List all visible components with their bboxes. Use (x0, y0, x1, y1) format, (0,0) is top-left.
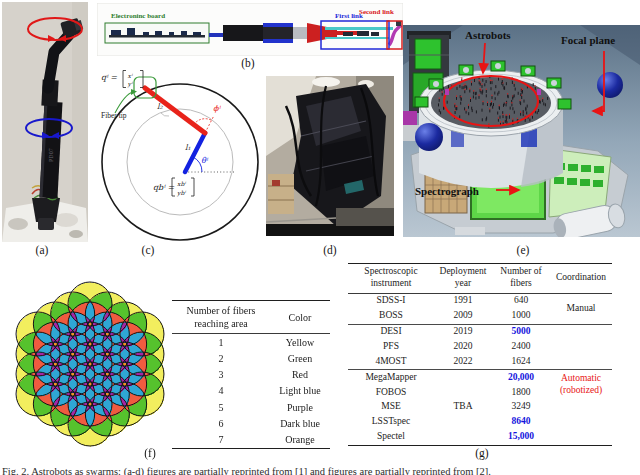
panel-e-cad-rendering: Astrobots Focal plane Spectrograph (403, 25, 640, 237)
color-table-row: 3Red (172, 367, 330, 383)
electronic-board-label: Electroninc board (111, 12, 165, 20)
spectrograph-label: Spectrograph (415, 185, 479, 197)
panel-d-label: (d) (308, 244, 352, 256)
blue-sphere (597, 72, 623, 98)
blue-sphere (415, 123, 443, 151)
cell-year: 2009 (434, 309, 492, 324)
fiber-pattern-canvas (14, 280, 166, 448)
panel-f-label: (f) (128, 447, 172, 459)
instrument-table-header-instrument: Spectroscopic instrument (348, 264, 434, 294)
cell-fibers: 20,000 (492, 370, 550, 385)
instrument-table-body: SDSS-I1991640ManualBOSS20091000DESI20195… (348, 293, 612, 445)
cell-fibers: 1624 (492, 354, 550, 369)
cell-instrument: MSE (348, 400, 434, 415)
cell-instrument: SDSS-I (348, 293, 434, 308)
instrument-table-row: MegaMapperTBA20,000Automatic (robotized) (348, 370, 612, 385)
cell-instrument: 4MOST (348, 354, 434, 369)
qb-y: ybⁱ (176, 189, 186, 197)
fiber-tip-label: Fiber tip (101, 111, 127, 120)
cell-fibers: 3249 (492, 400, 550, 415)
figure-page: PD07 (a) Electroninc board (0, 0, 640, 475)
cell-year: 2022 (434, 354, 492, 369)
l2-length-label: l₂ (157, 102, 164, 111)
color-table-row: 1Yellow (172, 334, 330, 351)
panel-d-telescope-photo (266, 76, 394, 236)
panel-a-robot-arm-photo: PD07 (2, 2, 88, 242)
color-table-body: 1Yellow2Green3Red4Light blue5Purple6Dark… (172, 334, 330, 448)
focal-plane-label: Focal plane (561, 34, 615, 46)
astrobots-label: Astrobots (465, 29, 511, 41)
color-table-header-color: Color (270, 301, 330, 334)
instrument-table-row: SDSS-I1991640Manual (348, 293, 612, 308)
scaffold (268, 174, 294, 214)
cell-instrument: DESI (348, 324, 434, 339)
color-table-row: 7Orange (172, 432, 330, 449)
instrument-table: Spectroscopic instrument Deployment year… (348, 263, 612, 446)
l1-length-label: l₁ (185, 143, 191, 152)
cell-year-merged: TBA (434, 370, 492, 445)
cell-fibers: 8640 (492, 415, 550, 430)
color-table-row: 6Dark blue (172, 415, 330, 431)
panel-e-label: (e) (501, 244, 545, 256)
cell-instrument: MegaMapper (348, 370, 434, 385)
instrument-table-header-year: Deployment year (434, 264, 492, 294)
panel-c-label: (c) (126, 244, 170, 256)
cell-instrument: FOBOS (348, 385, 434, 400)
cell-year: 2020 (434, 339, 492, 354)
qb-x: xbⁱ (177, 180, 186, 187)
cell-instrument: LSSTspec (348, 415, 434, 430)
q-x: xⁱ (128, 72, 133, 79)
color-table-row: 5Purple (172, 399, 330, 415)
color-legend-table: Number of fibers reaching area Color 1Ye… (172, 300, 330, 449)
q-vector-label: qⁱ = (101, 73, 117, 82)
cell-fibers: 2400 (492, 339, 550, 354)
cell-instrument: PFS (348, 339, 434, 354)
cell-fibers: 640 (492, 293, 550, 308)
instrument-table-row: DESI20195000 (348, 324, 612, 339)
panel-c-kinematics-diagram: Fiber tip qⁱ = xⁱ yⁱ qbⁱ = xbⁱ ybⁱ l₂ l₁… (95, 66, 267, 242)
second-link-label: Second link (359, 8, 394, 16)
cell-coordination (550, 324, 612, 370)
cell-instrument: Spectel (348, 430, 434, 445)
panel-b-cross-section: Electroninc board First link (97, 3, 403, 56)
cell-fibers: 1000 (492, 309, 550, 324)
cell-instrument: BOSS (348, 309, 434, 324)
figure-caption: Fig. 2. Astrobots as swarms: (a-d) figur… (2, 466, 638, 475)
cell-coordination: Manual (550, 293, 612, 324)
q-y: yⁱ (127, 80, 133, 88)
cell-year: 2019 (434, 324, 492, 339)
workspace-outer-circle (102, 84, 258, 240)
panel-a-label: (a) (20, 244, 64, 256)
panel-g-label: (g) (460, 447, 504, 459)
color-table-row: 4Light blue (172, 383, 330, 399)
qb-vector-label: qbⁱ = (153, 183, 174, 192)
arm-marking-text: PD07 (48, 148, 54, 162)
cell-year: 1991 (434, 293, 492, 308)
magenta-box (403, 111, 417, 125)
cell-coordination: Automatic (robotized) (550, 370, 612, 445)
color-table-row: 2Green (172, 351, 330, 367)
instrument-table-header-fibers: Number of fibers (492, 264, 550, 294)
instrument-table-header-coordination: Coordination (550, 264, 612, 294)
cell-fibers: 15,000 (492, 430, 550, 445)
color-table-header-count: Number of fibers reaching area (172, 301, 270, 334)
cell-fibers: 5000 (492, 324, 550, 339)
cell-fibers: 1800 (492, 385, 550, 400)
